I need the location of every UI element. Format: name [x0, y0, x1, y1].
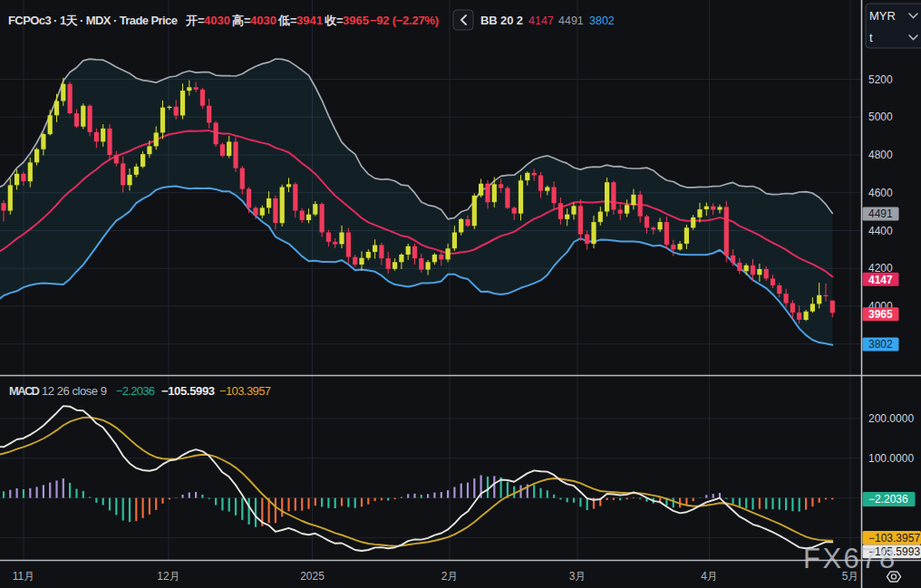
svg-text:MACD: MACD	[9, 384, 40, 398]
svg-text:收=: 收=	[325, 14, 344, 27]
svg-text:5000: 5000	[868, 111, 893, 123]
svg-text:FCPOc3 · 1天 · MDX · Trade Pric: FCPOc3 · 1天 · MDX · Trade Price	[8, 14, 178, 27]
svg-text:5200: 5200	[868, 73, 893, 86]
svg-text:4600: 4600	[868, 187, 893, 199]
svg-text:−103.3957: −103.3957	[219, 384, 271, 398]
svg-text:4400: 4400	[868, 225, 893, 237]
svg-text:11月: 11月	[13, 570, 34, 583]
svg-text:4030: 4030	[204, 14, 230, 27]
svg-text:200.0000: 200.0000	[868, 412, 914, 425]
svg-text:4月: 4月	[701, 570, 718, 583]
svg-text:2月: 2月	[441, 570, 459, 583]
svg-text:2025: 2025	[300, 570, 325, 583]
svg-text:3802: 3802	[589, 14, 615, 27]
svg-text:3月: 3月	[569, 570, 587, 583]
svg-text:MYR: MYR	[869, 9, 896, 23]
svg-text:开=: 开=	[185, 14, 205, 27]
svg-text:4147: 4147	[868, 274, 893, 286]
svg-text:3941: 3941	[296, 14, 323, 27]
svg-text:4800: 4800	[868, 149, 893, 161]
svg-text:3965: 3965	[343, 14, 369, 27]
svg-text:3965: 3965	[868, 308, 893, 321]
svg-text:12月: 12月	[157, 570, 179, 583]
svg-text:高=: 高=	[232, 14, 251, 27]
svg-text:t: t	[869, 31, 873, 44]
svg-text:12 26 close 9: 12 26 close 9	[42, 384, 107, 398]
svg-text:−2.2036: −2.2036	[116, 384, 155, 398]
svg-text:FX678: FX678	[803, 543, 897, 574]
svg-text:−2.2036: −2.2036	[868, 493, 908, 506]
svg-text:3802: 3802	[868, 338, 893, 351]
svg-text:4491: 4491	[868, 207, 893, 220]
svg-text:4491: 4491	[558, 14, 584, 27]
svg-text:4147: 4147	[528, 14, 554, 27]
svg-text:BB 20 2: BB 20 2	[480, 14, 523, 27]
svg-text:100.0000: 100.0000	[868, 452, 914, 465]
svg-text:−92 (−2.27%): −92 (−2.27%)	[370, 14, 439, 27]
svg-text:−105.5993: −105.5993	[161, 384, 215, 398]
svg-text:4030: 4030	[250, 14, 276, 27]
svg-text:低=: 低=	[277, 14, 297, 27]
